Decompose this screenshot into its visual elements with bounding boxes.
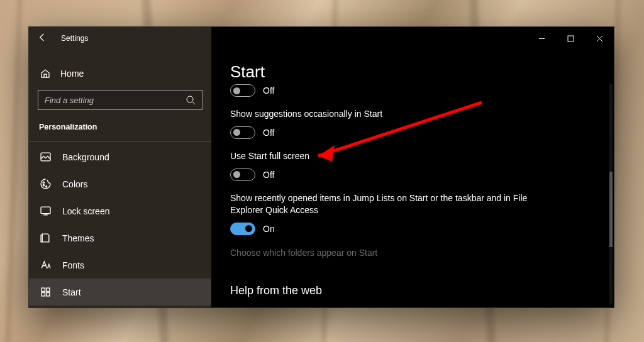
palette-icon bbox=[40, 179, 51, 189]
setting-label-fullscreen: Use Start full screen bbox=[230, 150, 557, 162]
svg-rect-7 bbox=[47, 288, 50, 291]
toggle-row-suggestions: Off bbox=[230, 126, 608, 139]
sidebar-item-background[interactable]: Background bbox=[29, 143, 211, 170]
toggle-peek[interactable] bbox=[230, 84, 255, 97]
svg-rect-8 bbox=[42, 293, 45, 296]
svg-rect-10 bbox=[568, 36, 574, 41]
sidebar-item-fonts[interactable]: Fonts bbox=[29, 251, 211, 279]
svg-rect-9 bbox=[47, 293, 50, 296]
sidebar-item-lock-screen[interactable]: Lock screen bbox=[29, 197, 211, 224]
toggle-fullscreen[interactable] bbox=[230, 168, 255, 181]
close-button[interactable] bbox=[585, 27, 614, 50]
fonts-icon bbox=[40, 260, 51, 270]
sidebar-home[interactable]: Home bbox=[29, 61, 211, 86]
nav-list: Background Colors Lock screen Themes Fon… bbox=[29, 143, 211, 306]
minimize-button[interactable] bbox=[527, 27, 556, 50]
nav-label: Colors bbox=[62, 179, 87, 189]
picture-icon bbox=[40, 152, 51, 162]
toggle-row-peek: Off bbox=[230, 84, 608, 97]
nav-label: Background bbox=[62, 152, 109, 162]
svg-point-4 bbox=[46, 186, 47, 187]
titlebar-left: Settings bbox=[29, 27, 211, 50]
svg-point-3 bbox=[43, 185, 44, 186]
lock-screen-icon bbox=[40, 206, 51, 216]
sidebar-item-colors[interactable]: Colors bbox=[29, 170, 211, 197]
home-label: Home bbox=[60, 69, 84, 79]
toggle-state: Off bbox=[263, 86, 274, 96]
content-pane: Start Off Show suggestions occasionally … bbox=[211, 27, 614, 307]
window-controls bbox=[527, 27, 614, 50]
toggle-state: Off bbox=[263, 170, 274, 180]
help-link-open-start[interactable]: Opening the Start menu bbox=[230, 306, 608, 307]
start-icon bbox=[40, 287, 51, 297]
toggle-suggestions[interactable] bbox=[230, 126, 255, 139]
search-box[interactable] bbox=[38, 90, 203, 110]
toggle-state: Off bbox=[263, 128, 274, 138]
svg-rect-5 bbox=[41, 207, 50, 214]
sidebar-item-start[interactable]: Start bbox=[29, 279, 211, 306]
search-input[interactable] bbox=[38, 96, 186, 105]
nav-label: Start bbox=[62, 287, 81, 297]
content-scroll: Start Off Show suggestions occasionally … bbox=[230, 62, 608, 307]
sidebar-item-themes[interactable]: Themes bbox=[29, 224, 211, 251]
nav-label: Themes bbox=[62, 233, 94, 243]
setting-label-jumplists: Show recently opened items in Jump Lists… bbox=[230, 192, 557, 216]
settings-window: Settings Home Personalization Background… bbox=[28, 26, 614, 308]
svg-point-2 bbox=[43, 182, 44, 183]
themes-icon bbox=[40, 233, 51, 243]
toggle-row-jumplists: On bbox=[230, 223, 608, 235]
home-icon bbox=[40, 69, 50, 79]
choose-folders-link[interactable]: Choose which folders appear on Start bbox=[230, 248, 608, 258]
page-title: Start bbox=[230, 62, 608, 82]
nav-label: Fonts bbox=[62, 260, 84, 270]
svg-rect-6 bbox=[42, 288, 45, 291]
nav-label: Lock screen bbox=[62, 206, 109, 216]
back-button[interactable] bbox=[38, 33, 47, 45]
search-icon bbox=[186, 95, 196, 105]
toggle-row-fullscreen: Off bbox=[230, 168, 608, 181]
maximize-button[interactable] bbox=[556, 27, 585, 50]
setting-label-suggestions: Show suggestions occasionally in Start bbox=[230, 108, 557, 120]
svg-point-0 bbox=[187, 96, 193, 102]
toggle-jumplists[interactable] bbox=[230, 223, 255, 235]
scroll-thumb[interactable] bbox=[609, 172, 613, 247]
scrollbar[interactable] bbox=[609, 84, 613, 304]
sidebar: Settings Home Personalization Background… bbox=[29, 27, 211, 307]
toggle-state: On bbox=[263, 224, 275, 234]
app-title: Settings bbox=[61, 34, 88, 43]
section-label: Personalization bbox=[29, 110, 211, 140]
help-heading: Help from the web bbox=[230, 284, 608, 297]
